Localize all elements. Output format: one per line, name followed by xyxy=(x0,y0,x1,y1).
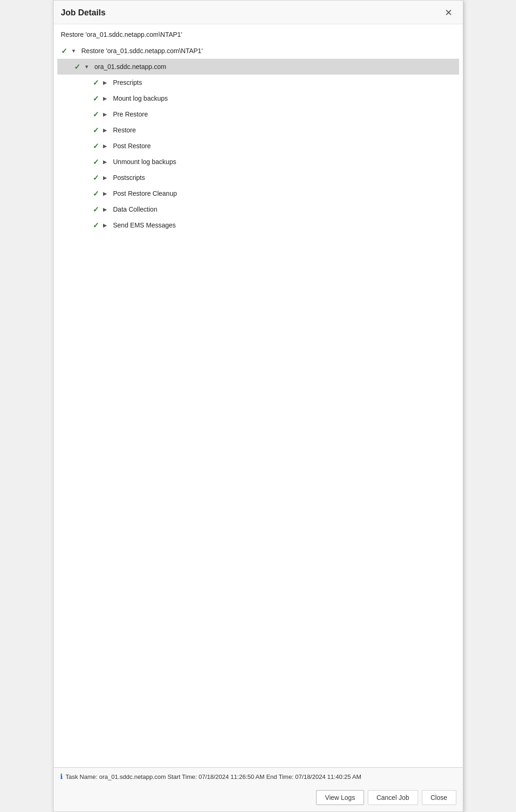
list-item[interactable]: ✓ Data Collection xyxy=(57,201,459,217)
dialog-footer: ℹ Task Name: ora_01.sddc.netapp.com Star… xyxy=(54,767,463,812)
status-text: Task Name: ora_01.sddc.netapp.com Start … xyxy=(66,773,362,780)
level1-toggle-icon[interactable] xyxy=(84,64,93,69)
root-label: Restore 'ora_01.sddc.netapp.com\NTAP1' xyxy=(82,47,203,55)
dialog-body: ✓ Restore 'ora_01.sddc.netapp.com\NTAP1'… xyxy=(54,43,463,767)
cancel-job-button[interactable]: Cancel Job xyxy=(368,790,418,805)
prescripts-toggle-icon[interactable] xyxy=(103,80,111,86)
send-ems-check-icon: ✓ xyxy=(93,221,103,230)
dialog-header: Job Details ✕ xyxy=(54,0,463,24)
unmount-log-toggle-icon[interactable] xyxy=(103,159,111,165)
list-item[interactable]: ✓ Prescripts xyxy=(57,75,459,90)
info-icon: ℹ xyxy=(60,772,63,781)
pre-restore-label: Pre Restore xyxy=(113,110,148,118)
send-ems-toggle-icon[interactable] xyxy=(103,222,111,228)
footer-buttons: View Logs Cancel Job Close xyxy=(54,785,463,812)
post-restore-toggle-icon[interactable] xyxy=(103,143,111,149)
pre-restore-check-icon: ✓ xyxy=(93,110,103,119)
job-details-dialog: Job Details ✕ Restore 'ora_01.sddc.netap… xyxy=(53,0,463,812)
list-item[interactable]: ✓ Mount log backups xyxy=(57,90,459,106)
data-collection-label: Data Collection xyxy=(113,206,158,213)
post-restore-label: Post Restore xyxy=(113,142,151,150)
post-restore-check-icon: ✓ xyxy=(93,142,103,151)
list-item[interactable]: ✓ Unmount log backups xyxy=(57,154,459,170)
mount-log-toggle-icon[interactable] xyxy=(103,96,111,102)
dialog-title: Job Details xyxy=(61,8,106,18)
postscripts-check-icon: ✓ xyxy=(93,173,103,182)
postscripts-label: Postscripts xyxy=(113,174,145,181)
send-ems-label: Send EMS Messages xyxy=(113,221,176,229)
mount-log-check-icon: ✓ xyxy=(93,94,103,103)
restore-label: Restore xyxy=(113,126,136,134)
list-item[interactable]: ✓ Post Restore xyxy=(57,138,459,154)
list-item[interactable]: ✓ Pre Restore xyxy=(57,106,459,122)
unmount-log-label: Unmount log backups xyxy=(113,158,176,165)
root-check-icon: ✓ xyxy=(61,47,71,55)
list-item[interactable]: ✓ Post Restore Cleanup xyxy=(57,186,459,201)
close-icon[interactable]: ✕ xyxy=(442,7,455,18)
list-item[interactable]: ✓ Restore xyxy=(57,122,459,138)
post-restore-cleanup-toggle-icon[interactable] xyxy=(103,191,111,197)
pre-restore-toggle-icon[interactable] xyxy=(103,111,111,117)
prescripts-check-icon: ✓ xyxy=(93,78,103,87)
list-item[interactable]: ✓ Postscripts xyxy=(57,170,459,186)
close-button[interactable]: Close xyxy=(422,790,456,805)
level1-label: ora_01.sddc.netapp.com xyxy=(95,63,166,70)
post-restore-cleanup-check-icon: ✓ xyxy=(93,189,103,198)
view-logs-button[interactable]: View Logs xyxy=(316,790,364,805)
postscripts-toggle-icon[interactable] xyxy=(103,175,111,181)
data-collection-toggle-icon[interactable] xyxy=(103,206,111,213)
level1-check-icon: ✓ xyxy=(74,62,84,71)
restore-toggle-icon[interactable] xyxy=(103,127,111,133)
post-restore-cleanup-label: Post Restore Cleanup xyxy=(113,190,177,197)
restore-check-icon: ✓ xyxy=(93,126,103,135)
tree-container: ✓ Restore 'ora_01.sddc.netapp.com\NTAP1'… xyxy=(54,43,463,233)
footer-status: ℹ Task Name: ora_01.sddc.netapp.com Star… xyxy=(54,768,463,785)
level1-item[interactable]: ✓ ora_01.sddc.netapp.com xyxy=(57,59,459,75)
list-item[interactable]: ✓ Send EMS Messages xyxy=(57,217,459,233)
dialog-subtitle: Restore 'ora_01.sddc.netapp.com\NTAP1' xyxy=(54,24,463,43)
root-toggle-icon[interactable] xyxy=(71,48,80,54)
mount-log-label: Mount log backups xyxy=(113,95,168,102)
prescripts-label: Prescripts xyxy=(113,79,142,86)
tree-root-item[interactable]: ✓ Restore 'ora_01.sddc.netapp.com\NTAP1' xyxy=(57,43,459,59)
unmount-log-check-icon: ✓ xyxy=(93,158,103,166)
data-collection-check-icon: ✓ xyxy=(93,205,103,214)
